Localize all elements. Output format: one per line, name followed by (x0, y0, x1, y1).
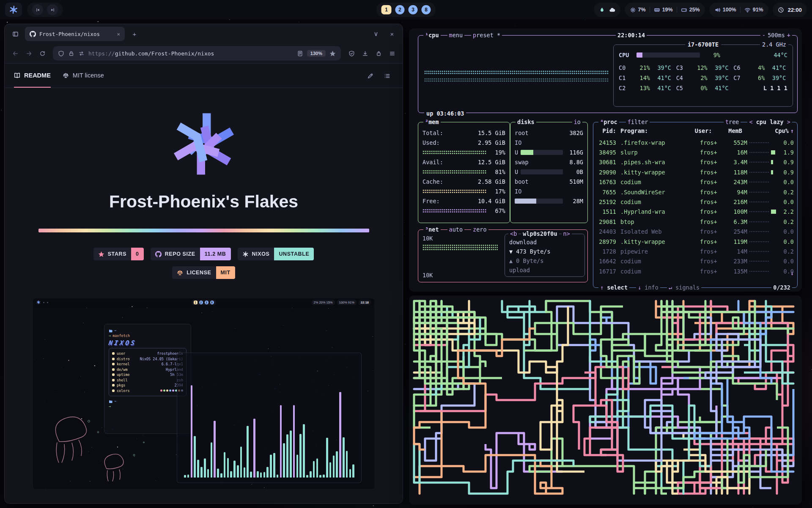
volume-level: 100% (714, 7, 736, 13)
navigation-bar: https://github.com/Frost-Phoenix/nixos 1… (5, 44, 403, 64)
extensions-button[interactable] (372, 47, 385, 60)
process-row[interactable]: 16763codiumfros+243M0.0 (597, 177, 794, 187)
workspace-button-2[interactable]: 2 (395, 5, 405, 14)
badge-value: 0 (131, 248, 144, 260)
zoom-level-badge[interactable]: 130% (307, 50, 326, 57)
core-grid: C021%39°CC114%41°CC213%41°CC312%39°CC42%… (619, 63, 787, 93)
reload-icon (39, 50, 46, 57)
proc-signals-key[interactable]: ↵ signals (667, 284, 701, 292)
process-row[interactable]: 38495slurpfros+16M1.9 (597, 147, 794, 157)
btop-memory-box: ²mem Total:15.5 GiBUsed:2.95 GiB19%Avail… (418, 122, 510, 223)
cloud-icon (609, 7, 615, 13)
process-row[interactable]: 30681.pipes.sh-wrafros+3.4M0.9 (597, 157, 794, 167)
adblock-button[interactable] (345, 47, 358, 60)
cpu-model: i7-6700TE (685, 41, 721, 49)
tab-readme[interactable]: README (14, 64, 51, 88)
pencil-icon (367, 73, 373, 79)
audio-network-widget[interactable]: 100% 91% (709, 3, 768, 17)
net-scale-top: 10K (422, 235, 433, 242)
process-row[interactable]: 24403Isolated Webfros+254M0.0 (597, 227, 794, 237)
load-average: L 1 1 1 (733, 83, 787, 93)
app-menu-button[interactable] (386, 47, 398, 60)
star-icon (98, 251, 104, 257)
bookmark-star-icon[interactable] (329, 50, 336, 57)
back-button[interactable] (9, 47, 22, 60)
gear-icon (630, 7, 636, 13)
nixos-menu-button[interactable] (5, 3, 22, 17)
fetch-info-box: userfrostphoenixdistroNixOS 24.05 (Uakar… (109, 348, 187, 396)
tab-list-chevron-button[interactable]: ∨ (370, 28, 382, 40)
preset-button[interactable]: preset * (471, 31, 502, 39)
forward-button[interactable] (22, 47, 35, 60)
new-tab-button[interactable]: + (128, 28, 141, 40)
sidebar-toggle-button[interactable] (9, 28, 22, 40)
net-auto-button[interactable]: auto (447, 226, 465, 234)
mini-stats: 2% 20% 15% (312, 300, 335, 305)
process-row[interactable]: 1511.Hyprland-wrafros+100M2.2 (597, 207, 794, 217)
mini-nixos-icon (36, 300, 41, 304)
media-prev-button[interactable] (32, 4, 43, 15)
tab-mit-license[interactable]: MIT license (63, 64, 104, 88)
reader-mode-icon[interactable] (297, 50, 303, 57)
media-next-button[interactable] (47, 4, 58, 15)
badge-stars[interactable]: STARS0 (93, 248, 144, 260)
reload-button[interactable] (36, 47, 49, 60)
download-icon (362, 50, 368, 57)
process-row[interactable]: 7655.SoundWireSerfros+94M0.2 (597, 187, 794, 197)
net-zero-button[interactable]: zero (471, 226, 488, 234)
window-close-button[interactable]: × (386, 28, 398, 40)
proc-select-key[interactable]: ↑ select (598, 284, 629, 292)
tab-title: Frost-Phoenix/nixos (39, 31, 113, 37)
badge-row: LICENSEMIT (5, 266, 403, 279)
process-row[interactable]: 16717codiumfros+135M0.0 (597, 266, 794, 276)
badge-nixos[interactable]: NIXOSUNSTABLE (238, 248, 314, 260)
menu-button[interactable]: menu (447, 31, 465, 39)
badge-repo-size[interactable]: REPO SIZE11.2 MB (151, 248, 231, 260)
url-bar[interactable]: https://github.com/Frost-Phoenix/nixos 1… (53, 46, 341, 61)
proc-info-key[interactable]: ↓ info (636, 284, 660, 292)
net-scale-bottom: 10K (422, 272, 433, 279)
pipes-screensaver (411, 298, 799, 502)
browser-tab[interactable]: Frost-Phoenix/nixos × (25, 27, 125, 41)
downloads-button[interactable] (359, 47, 371, 60)
core-row-C1: C114%41°C (619, 73, 673, 83)
edit-readme-button[interactable] (364, 69, 376, 82)
process-row[interactable]: 16642codiumfros+233M0.0 (597, 257, 794, 266)
iface-prev-key[interactable]: <b (508, 230, 518, 238)
process-row[interactable]: 29081btopfros+6.3M0.2 (597, 217, 794, 226)
media-controls (27, 3, 63, 17)
fetch-row: kernel6.6.7-lqx1 (112, 362, 183, 367)
container-swap-icon (78, 50, 85, 57)
fetch-row: uptime5h 53m (112, 372, 183, 378)
io-mode-button[interactable]: io (572, 118, 582, 126)
process-row[interactable]: 29090.kitty-wrappefros+118M0.9 (597, 167, 794, 177)
core-row-C0: C021%39°C (619, 63, 673, 73)
weather-widget[interactable] (594, 3, 620, 17)
process-table-header[interactable]: Pid: Program: User: MemB Cpu% ↑ (597, 126, 794, 136)
workspace-button-1[interactable]: 1 (381, 5, 392, 14)
clock-widget[interactable]: 22:00 (773, 3, 807, 17)
proc-tree-button[interactable]: tree (724, 118, 741, 126)
btop-clock: 22:00:14 (616, 31, 647, 39)
proc-filter-button[interactable]: filter (626, 118, 650, 126)
tracking-shield-icon[interactable] (58, 50, 64, 57)
outline-button[interactable] (381, 69, 393, 82)
iface-next-key[interactable]: n> (562, 230, 572, 238)
workspace-button-3[interactable]: 3 (409, 5, 418, 14)
sidebar-icon (12, 31, 19, 37)
system-stats-widget[interactable]: 7% 19% 25% (625, 3, 705, 17)
process-row[interactable]: 24153.firefox-wrapfros+552M0.0 (597, 138, 794, 147)
proc-scroll-indicator[interactable]: ↓ (790, 270, 794, 276)
process-row[interactable]: 28979.kitty-wrappefros+119M0.0 (597, 237, 794, 246)
btop-process-box: ⁴proc filter tree < cpu lazy > Pid: Prog… (593, 122, 798, 288)
proc-sort-control[interactable]: < cpu lazy > (747, 118, 792, 126)
process-row[interactable]: 1728pipewirefros+14M0.2 (597, 246, 794, 256)
net-box-title: ³net (423, 226, 441, 234)
update-interval-control[interactable]: -500ms+ (760, 31, 792, 39)
process-row[interactable]: 25192codiumfros+216M0.0 (597, 197, 794, 207)
tab-close-icon[interactable]: × (117, 31, 120, 37)
badge-license[interactable]: LICENSEMIT (172, 266, 235, 279)
book-icon (14, 72, 20, 79)
divider (650, 7, 650, 13)
workspace-button-8[interactable]: 8 (422, 5, 431, 14)
